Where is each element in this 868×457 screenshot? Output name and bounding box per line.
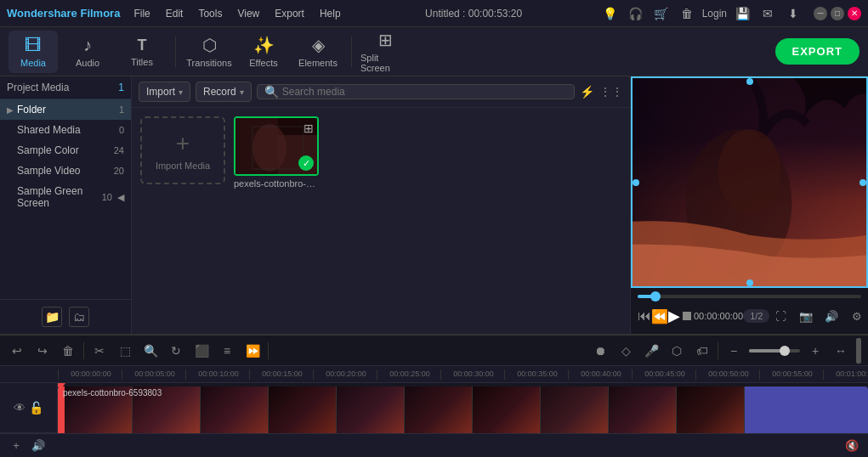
- menu-export[interactable]: Export: [268, 6, 311, 21]
- import-label: Import: [146, 86, 175, 98]
- add-track-icon[interactable]: +: [7, 437, 26, 455]
- record-arrow-icon: ▾: [240, 87, 244, 97]
- crop-handle-bottom[interactable]: [746, 279, 753, 286]
- keyframe-icon[interactable]: ◇: [616, 341, 636, 361]
- rotation-button[interactable]: ↻: [166, 341, 186, 361]
- record-tl-icon[interactable]: ⏺: [590, 341, 610, 361]
- grid-view-icon[interactable]: ⋮⋮: [599, 85, 623, 99]
- download-icon[interactable]: ⬇: [783, 3, 803, 24]
- rewind-button[interactable]: ⏮: [638, 305, 651, 327]
- delete-button[interactable]: 🗑: [58, 341, 78, 361]
- seek-bar[interactable]: [638, 295, 861, 298]
- window-maximize-button[interactable]: □: [831, 7, 844, 20]
- tree-item-color[interactable]: Sample Color 24: [0, 140, 131, 161]
- zoom-in-button[interactable]: 🔍: [140, 341, 161, 361]
- timeline-scroll-handle[interactable]: [856, 338, 861, 364]
- timeline: ↩ ↪ 🗑 ✂ ⬚ 🔍 ↻ ⬛ ≡ ⏩ ⏺ ◇ 🎤 ⬡ 🏷 − + ↔: [0, 334, 868, 457]
- toolbar-transitions[interactable]: ⬡ Transitions: [184, 31, 234, 73]
- zoom-minus-button[interactable]: −: [723, 341, 744, 361]
- window-minimize-button[interactable]: ─: [814, 7, 827, 20]
- media-toolbar: Import ▾ Record ▾ 🔍 ⚡ ⋮⋮: [132, 76, 630, 108]
- split-button[interactable]: ⬛: [191, 341, 212, 361]
- page-indicator[interactable]: 1/2: [743, 309, 769, 323]
- tree-item-video[interactable]: Sample Video 20: [0, 161, 131, 181]
- undo-button[interactable]: ↩: [7, 341, 27, 361]
- tree-item-green[interactable]: Sample Green Screen 10 ◀: [0, 181, 131, 213]
- export-button[interactable]: EXPORT: [775, 38, 859, 65]
- media-thumb-video1[interactable]: ⊞ ✓ pexels-cottonbro-65938...: [234, 116, 319, 189]
- menu-help[interactable]: Help: [313, 6, 348, 21]
- transition-tl-icon[interactable]: ⬡: [667, 341, 687, 361]
- record-dropdown[interactable]: Record ▾: [196, 82, 252, 102]
- sticker-icon[interactable]: 🏷: [692, 341, 712, 361]
- tree-count-video: 20: [114, 166, 124, 176]
- frame-5: [337, 386, 405, 433]
- import-dropdown[interactable]: Import ▾: [139, 82, 190, 102]
- menu-edit[interactable]: Edit: [159, 6, 190, 21]
- import-media-label: Import Media: [156, 161, 210, 171]
- preview-video: [631, 76, 868, 288]
- footer-left-icons: + 🔊: [7, 437, 48, 455]
- import-media-box[interactable]: + Import Media: [140, 116, 225, 184]
- footer-right-icons: 🔇: [842, 437, 861, 455]
- thumb-label-video1: pexels-cottonbro-65938...: [234, 178, 319, 189]
- crop-handle-left[interactable]: [633, 179, 639, 186]
- zoom-plus-button[interactable]: +: [805, 341, 825, 361]
- toolbar-audio[interactable]: ♪ Audio: [63, 31, 112, 73]
- volume-mute-icon[interactable]: 🔇: [842, 437, 861, 455]
- search-input[interactable]: [282, 86, 567, 98]
- splitscreen-icon: ⊞: [378, 30, 393, 50]
- audio-tl-icon[interactable]: 🎤: [641, 341, 661, 361]
- toolbar-splitscreen[interactable]: ⊞ Split Screen: [360, 31, 410, 73]
- menu-bar: File Edit Tools View Export Help: [127, 6, 347, 21]
- camera-icon[interactable]: 📷: [795, 305, 817, 327]
- tree-count-color: 24: [114, 145, 124, 155]
- toolbar-effects[interactable]: ✨ Effects: [239, 31, 288, 73]
- crop-handle-right[interactable]: [859, 179, 866, 186]
- speaker-icon[interactable]: 🔊: [29, 437, 48, 455]
- crop-handle-top[interactable]: [746, 78, 753, 85]
- cut-button[interactable]: ✂: [89, 341, 110, 361]
- step-back-button[interactable]: ⏪: [651, 305, 668, 327]
- headphone-icon[interactable]: 🎧: [626, 3, 646, 24]
- play-button[interactable]: ▶: [668, 305, 680, 327]
- new-folder-icon[interactable]: 📁: [42, 307, 62, 327]
- speed-button[interactable]: ⏩: [242, 341, 263, 361]
- redo-button[interactable]: ↪: [32, 341, 53, 361]
- tree-item-shared[interactable]: Shared Media 0: [0, 120, 131, 140]
- crop-button[interactable]: ⬚: [115, 341, 135, 361]
- filter-icon[interactable]: ⚡: [580, 85, 594, 99]
- volume-icon[interactable]: 🔊: [820, 305, 842, 327]
- menu-tools[interactable]: Tools: [191, 6, 229, 21]
- trash-icon[interactable]: 🗑: [677, 3, 697, 24]
- align-button[interactable]: ≡: [217, 341, 237, 361]
- mail-icon[interactable]: ✉: [757, 3, 778, 24]
- delete-item-icon[interactable]: 🗂: [69, 307, 89, 327]
- bulb-icon[interactable]: 💡: [600, 3, 621, 24]
- tree-item-folder[interactable]: ▶ Folder 1: [0, 99, 131, 120]
- login-button[interactable]: Login: [702, 8, 727, 20]
- toolbar-media[interactable]: 🎞 Media: [9, 31, 58, 73]
- track-eye-icon[interactable]: 👁: [14, 401, 26, 415]
- zoom-handle[interactable]: [780, 346, 790, 356]
- settings-icon[interactable]: ⚙: [846, 305, 868, 327]
- cart-icon[interactable]: 🛒: [651, 3, 672, 24]
- stop-button[interactable]: ⏹: [680, 305, 694, 327]
- track-lock-icon[interactable]: 🔓: [29, 401, 43, 415]
- window-close-button[interactable]: ✕: [848, 7, 861, 20]
- zoom-slider[interactable]: [749, 349, 800, 353]
- record-label: Record: [203, 86, 236, 98]
- fullscreen-icon[interactable]: ⛶: [769, 305, 791, 327]
- menu-view[interactable]: View: [230, 6, 266, 21]
- video-track[interactable]: pexels-cottonbro-6593803: [58, 386, 868, 433]
- app-logo: Wondershare Filmora: [7, 7, 120, 20]
- fit-button[interactable]: ↔: [831, 341, 851, 361]
- left-panel: Project Media 1 ▶ Folder 1 Shared Media …: [0, 76, 132, 334]
- toolbar-titles[interactable]: T Titles: [117, 31, 167, 73]
- toolbar-elements[interactable]: ◈ Elements: [293, 31, 343, 73]
- save-icon[interactable]: 💾: [732, 3, 752, 24]
- seek-handle[interactable]: [650, 291, 661, 302]
- menu-file[interactable]: File: [127, 6, 156, 21]
- toolbar-audio-label: Audio: [76, 58, 99, 68]
- playhead[interactable]: [60, 383, 61, 433]
